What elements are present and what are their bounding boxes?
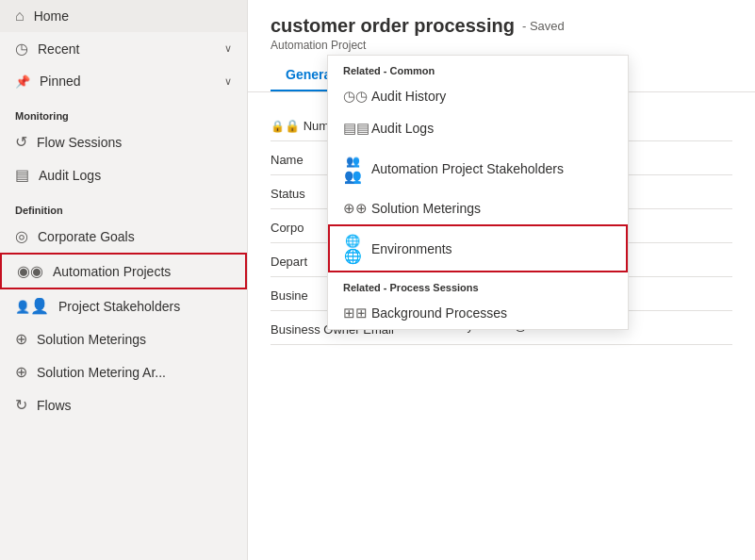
sidebar-item-recent[interactable]: Recent ∨ — [0, 32, 247, 65]
dropdown-item-label: Automation Project Stakeholders — [371, 161, 564, 176]
sidebar-item-pinned[interactable]: Pinned ∨ — [0, 65, 247, 97]
flows-icon — [15, 396, 27, 414]
audit-logs-icon: ▤ — [343, 120, 362, 137]
sidebar-item-label: Flow Sessions — [37, 135, 232, 150]
sidebar-section-monitoring: Monitoring — [0, 97, 247, 125]
dropdown-section-process-sessions: Related - Process Sessions — [328, 272, 628, 297]
sidebar-item-solution-meterings[interactable]: Solution Meterings — [0, 322, 247, 355]
dropdown-item-label: Audit Logs — [371, 121, 434, 136]
log-icon — [15, 166, 29, 184]
home-icon — [15, 8, 25, 25]
sidebar-item-home[interactable]: Home — [0, 0, 247, 32]
dropdown-item-environments[interactable]: 🌐 Environments — [328, 224, 628, 272]
goal-icon — [15, 227, 28, 245]
dropdown-item-label: Background Processes — [371, 305, 507, 321]
sidebar-item-label: Project Stakeholders — [58, 299, 232, 314]
audit-history-icon: ◷ — [343, 88, 362, 105]
sidebar-item-flows[interactable]: Flows — [0, 388, 247, 421]
sidebar-section-definition: Definition — [0, 191, 247, 220]
sol-meter-icon: ⊕ — [343, 200, 362, 217]
auto-icon: ◉ — [17, 262, 43, 280]
metering-icon — [15, 330, 27, 348]
sidebar-item-flow-sessions[interactable]: Flow Sessions — [0, 125, 247, 158]
recent-icon — [15, 40, 28, 58]
sidebar-item-corporate-goals[interactable]: Corporate Goals — [0, 220, 247, 253]
sidebar-item-label: Pinned — [40, 74, 215, 89]
chevron-down-icon: ∨ — [224, 75, 232, 88]
globe-icon: 🌐 — [343, 232, 362, 265]
sidebar-item-project-stakeholders[interactable]: 👤 Project Stakeholders — [0, 289, 247, 322]
sidebar-item-label: Home — [34, 8, 232, 24]
bg-process-icon: ⊞ — [343, 305, 362, 321]
main-content: customer order processing - Saved Automa… — [248, 0, 755, 560]
dropdown-item-bg-processes[interactable]: ⊞ Background Processes — [328, 297, 628, 329]
chevron-down-icon: ∨ — [224, 42, 232, 55]
page-subtitle: Automation Project — [271, 39, 732, 52]
dropdown-section-common: Related - Common — [328, 56, 628, 80]
ap-stakeholders-icon: 👥 — [343, 152, 362, 185]
sidebar-item-audit-logs[interactable]: Audit Logs — [0, 158, 247, 191]
flow-icon — [15, 133, 27, 151]
sidebar-item-label: Solution Metering Ar... — [37, 365, 232, 380]
dropdown-item-audit-history[interactable]: ◷ Audit History — [328, 80, 628, 112]
dropdown-item-label: Solution Meterings — [371, 201, 481, 216]
dropdown-item-label: Environments — [371, 241, 452, 256]
sidebar-item-label: Flows — [37, 398, 232, 413]
metering-ar-icon — [15, 363, 27, 381]
page-title: customer order processing — [271, 15, 515, 37]
sidebar-item-label: Audit Logs — [39, 168, 232, 183]
stakeholder-icon: 👤 — [15, 297, 49, 315]
sidebar-item-label: Recent — [38, 41, 215, 57]
dropdown-item-ap-stakeholders[interactable]: 👥 Automation Project Stakeholders — [328, 144, 628, 192]
sidebar-item-label: Corporate Goals — [38, 229, 232, 244]
sidebar-item-automation-projects[interactable]: ◉ Automation Projects — [0, 253, 247, 289]
sidebar-item-solution-metering-ar[interactable]: Solution Metering Ar... — [0, 355, 247, 388]
dropdown-item-label: Audit History — [371, 89, 446, 104]
sidebar-item-label: Solution Meterings — [37, 332, 232, 347]
lock-icon: 🔒 — [271, 119, 304, 133]
sidebar-item-label: Automation Projects — [53, 264, 230, 279]
related-dropdown-menu: Related - Common ◷ Audit History ▤ Audit… — [327, 55, 629, 330]
saved-badge: - Saved — [522, 19, 565, 33]
dropdown-item-sol-meterings[interactable]: ⊕ Solution Meterings — [328, 192, 628, 224]
dropdown-item-audit-logs[interactable]: ▤ Audit Logs — [328, 112, 628, 144]
pin-icon — [15, 73, 30, 90]
sidebar: Home Recent ∨ Pinned ∨ Monitoring Flow S… — [0, 0, 248, 560]
